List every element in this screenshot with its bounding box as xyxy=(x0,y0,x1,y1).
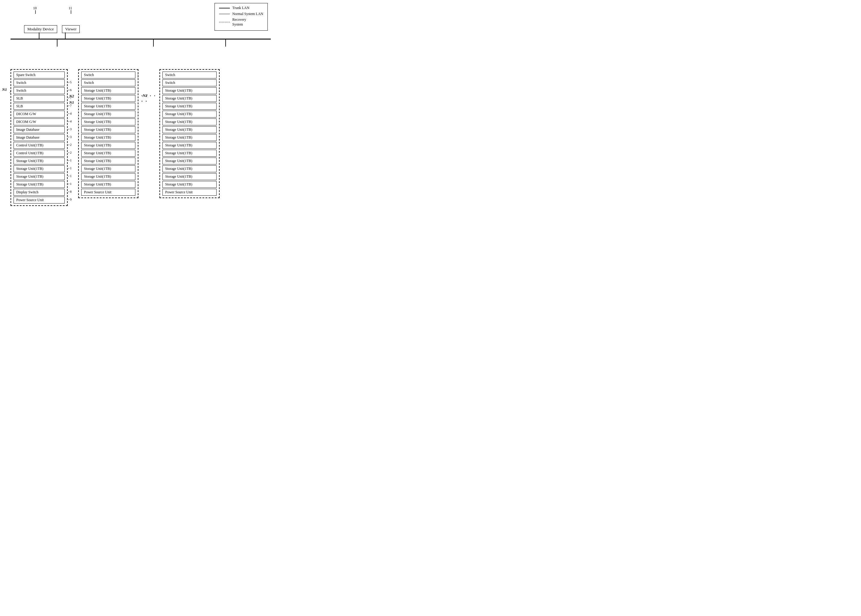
rack1-wrapper: Spare Switch Switch ⌐5 Switch ⌐6 SLB ⌐7 xyxy=(11,69,68,206)
rack3-storage-5: Storage Unit(1TB) xyxy=(162,118,217,126)
ref3b: ⌐3 xyxy=(68,135,72,138)
rack3-switch-1: Switch xyxy=(162,72,217,79)
rack2-wrapper: N2 N1 Switch Switch Storage Unit(1TB) St… xyxy=(78,69,139,198)
ref9: ⌐9 xyxy=(68,198,72,201)
rack2-storage-3: Storage Unit(1TB) xyxy=(81,103,135,110)
modality-device-box: Modality Device xyxy=(24,25,57,33)
rack2: Switch Switch Storage Unit(1TB) Storage … xyxy=(78,69,139,198)
n2-n1-labels: N2 N1 xyxy=(69,93,74,106)
rack3-storage-11: Storage Unit(1TB) xyxy=(162,165,217,172)
ref8: ⌐8 xyxy=(68,190,72,193)
ref1d: ⌐1 xyxy=(68,182,72,185)
rack2-storage-1: Storage Unit(1TB) xyxy=(81,87,135,94)
ellipsis-separator: · · · · · · xyxy=(142,69,156,104)
rack1-image-db-1: Image Database ⌐3 xyxy=(14,126,65,133)
rack2-storage-11: Storage Unit(1TB) xyxy=(81,165,135,172)
rack3-storage-12: Storage Unit(1TB) xyxy=(162,173,217,180)
rack3-storage-13: Storage Unit(1TB) xyxy=(162,181,217,188)
rack1: Spare Switch Switch ⌐5 Switch ⌐6 SLB ⌐7 xyxy=(11,69,68,206)
rack3: Switch Switch Storage Unit(1TB) Storage … xyxy=(159,69,220,198)
rack3-power-source: Power Source Unit xyxy=(162,189,217,196)
rack2-storage-9: Storage Unit(1TB) xyxy=(81,150,135,157)
n1-label: N1 xyxy=(2,87,7,92)
rack3-switch-2: Switch xyxy=(162,79,217,86)
n2-label-right-rack2: N2 xyxy=(143,93,147,98)
top-devices-area: 10 11 Modality Device Viewer xyxy=(24,6,265,36)
rack2-switch-2: Switch xyxy=(81,79,135,86)
rack1-control-2: Control Unit(1TB) ⌐2 xyxy=(14,150,65,157)
rack2-power-source: Power Source Unit xyxy=(81,189,135,196)
rack1-switch-2: Switch ⌐6 xyxy=(14,87,65,94)
rack2-storage-6: Storage Unit(1TB) xyxy=(81,126,135,133)
ref1c: ⌐1 xyxy=(68,174,72,178)
rack1-slb-2: SLB ⌐7 xyxy=(14,103,65,110)
rack1-dicom-gw-2: DICOM G/W ⌐4 xyxy=(14,118,65,126)
n1-label-rack2: N1 xyxy=(69,99,74,106)
rack3-storage-10: Storage Unit(1TB) xyxy=(162,157,217,165)
rack2-storage-10: Storage Unit(1TB) xyxy=(81,157,135,165)
ref4a: ⌐4 xyxy=(68,112,72,115)
diagram: 10 11 Modality Device Viewer xyxy=(6,6,265,206)
rack2-storage-2: Storage Unit(1TB) xyxy=(81,95,135,102)
rack1-storage-1: Storage Unit(1TB) ⌐1 xyxy=(14,157,65,165)
rack3-storage-6: Storage Unit(1TB) xyxy=(162,126,217,133)
rack3-storage-3: Storage Unit(1TB) xyxy=(162,103,217,110)
ref2b: ⌐2 xyxy=(68,151,72,154)
rack3-storage-9: Storage Unit(1TB) xyxy=(162,150,217,157)
rack1-display-switch: Display Switch ⌐8 xyxy=(14,189,65,196)
rack1-storage-4: Storage Unit(1TB) ⌐1 xyxy=(14,181,65,188)
ref1b: ⌐1 xyxy=(68,166,72,170)
ref3a: ⌐3 xyxy=(68,127,72,131)
rack1-spare-switch: Spare Switch xyxy=(14,72,65,79)
rack1-power-source: Power Source Unit ⌐9 xyxy=(14,196,65,204)
rack1-switch-1: Switch ⌐5 xyxy=(14,79,65,86)
rack3-wrapper: Switch Switch Storage Unit(1TB) Storage … xyxy=(159,69,220,198)
rack2-storage-13: Storage Unit(1TB) xyxy=(81,181,135,188)
rack3-storage-4: Storage Unit(1TB) xyxy=(162,111,217,118)
ref4b: ⌐4 xyxy=(68,119,72,123)
rack2-switch-1: Switch xyxy=(81,72,135,79)
rack1-dicom-gw-1: DICOM G/W ⌐4 xyxy=(14,111,65,118)
rack3-storage-8: Storage Unit(1TB) xyxy=(162,142,217,149)
rack1-storage-3: Storage Unit(1TB) ⌐1 xyxy=(14,173,65,180)
n2-label-rack2: N2 xyxy=(69,93,74,99)
rack3-storage-1: Storage Unit(1TB) xyxy=(162,87,217,94)
rack2-storage-7: Storage Unit(1TB) xyxy=(81,134,135,141)
racks-row: Spare Switch Switch ⌐5 Switch ⌐6 SLB ⌐7 xyxy=(11,69,265,206)
rack2-storage-8: Storage Unit(1TB) xyxy=(81,142,135,149)
rack2-storage-12: Storage Unit(1TB) xyxy=(81,173,135,180)
ref1a: ⌐1 xyxy=(68,159,72,162)
rack1-slb-1: SLB ⌐7 xyxy=(14,95,65,102)
rack2-storage-4: Storage Unit(1TB) xyxy=(81,111,135,118)
rack1-image-db-2: Image Database ⌐3 xyxy=(14,134,65,141)
ref5: ⌐5 xyxy=(68,80,72,84)
viewer-box: Viewer xyxy=(62,25,80,33)
ref2a: ⌐2 xyxy=(68,143,72,146)
ref6: ⌐6 xyxy=(68,88,72,92)
rack3-storage-2: Storage Unit(1TB) xyxy=(162,95,217,102)
rack2-storage-5: Storage Unit(1TB) xyxy=(81,118,135,126)
rack3-storage-7: Storage Unit(1TB) xyxy=(162,134,217,141)
rack1-storage-2: Storage Unit(1TB) ⌐1 xyxy=(14,165,65,172)
rack2-conn-1 xyxy=(138,72,139,79)
rack1-control-1: Control Unit(1TB) ⌐2 xyxy=(14,142,65,149)
